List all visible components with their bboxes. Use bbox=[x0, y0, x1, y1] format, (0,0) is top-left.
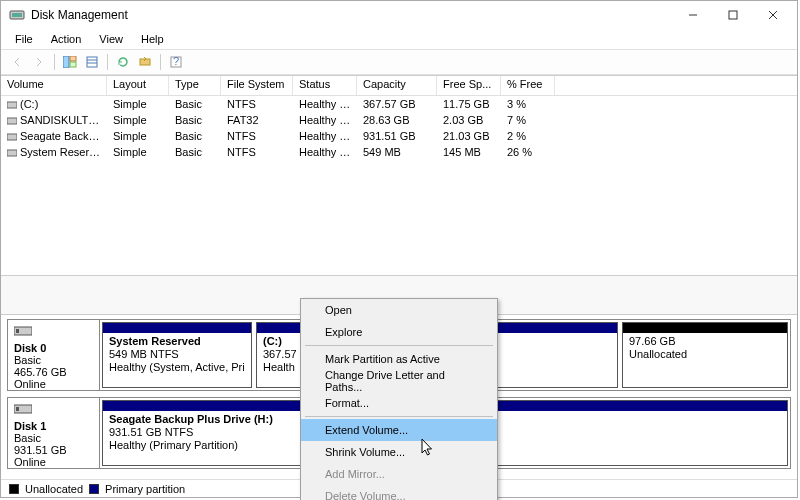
svg-rect-15 bbox=[7, 102, 17, 108]
menu-view[interactable]: View bbox=[91, 31, 131, 47]
titlebar: Disk Management bbox=[1, 1, 797, 29]
partition-bar bbox=[623, 323, 787, 333]
legend-primary: Primary partition bbox=[105, 483, 185, 495]
close-button[interactable] bbox=[753, 1, 793, 29]
partition-unallocated[interactable]: 97.66 GBUnallocated bbox=[622, 322, 788, 388]
context-open[interactable]: Open bbox=[301, 299, 497, 321]
context-separator bbox=[305, 345, 493, 346]
svg-rect-16 bbox=[7, 118, 17, 124]
svg-rect-3 bbox=[729, 11, 737, 19]
volume-row[interactable]: System Reserved SimpleBasicNTFSHealthy (… bbox=[1, 144, 797, 160]
maximize-button[interactable] bbox=[713, 1, 753, 29]
menubar: File Action View Help bbox=[1, 29, 797, 49]
partition-bar bbox=[103, 323, 251, 333]
col-filesystem[interactable]: File System bbox=[221, 76, 293, 95]
partition-system-reserved[interactable]: System Reserved549 MB NTFSHealthy (Syste… bbox=[102, 322, 252, 388]
context-explore[interactable]: Explore bbox=[301, 321, 497, 343]
svg-rect-17 bbox=[7, 134, 17, 140]
app-icon bbox=[9, 7, 25, 23]
svg-rect-18 bbox=[7, 150, 17, 156]
context-add-mirror[interactable]: Add Mirror... bbox=[301, 463, 497, 485]
settings-button[interactable] bbox=[82, 52, 102, 72]
refresh-button[interactable] bbox=[113, 52, 133, 72]
menu-help[interactable]: Help bbox=[133, 31, 172, 47]
volume-icon bbox=[7, 132, 17, 142]
window-title: Disk Management bbox=[31, 8, 673, 22]
context-change-letter[interactable]: Change Drive Letter and Paths... bbox=[301, 370, 497, 392]
column-headers: Volume Layout Type File System Status Ca… bbox=[1, 76, 797, 96]
volume-row[interactable]: (C:) SimpleBasicNTFSHealthy (B...367.57 … bbox=[1, 96, 797, 112]
layout-button[interactable] bbox=[60, 52, 80, 72]
svg-text:?: ? bbox=[173, 56, 179, 67]
volume-row[interactable]: SANDISKULTR (F:) SimpleBasicFAT32Healthy… bbox=[1, 112, 797, 128]
context-menu: Open Explore Mark Partition as Active Ch… bbox=[300, 298, 498, 500]
legend-swatch-unallocated bbox=[9, 484, 19, 494]
legend-unallocated: Unallocated bbox=[25, 483, 83, 495]
svg-rect-1 bbox=[12, 13, 22, 17]
col-freespace[interactable]: Free Sp... bbox=[437, 76, 501, 95]
disk-icon bbox=[14, 324, 32, 338]
context-shrink-volume[interactable]: Shrink Volume... bbox=[301, 441, 497, 463]
col-capacity[interactable]: Capacity bbox=[357, 76, 437, 95]
volume-list: Volume Layout Type File System Status Ca… bbox=[1, 75, 797, 275]
volume-row[interactable]: Seagate Backup Pl... SimpleBasicNTFSHeal… bbox=[1, 128, 797, 144]
back-button[interactable] bbox=[7, 52, 27, 72]
context-delete-volume[interactable]: Delete Volume... bbox=[301, 485, 497, 500]
forward-button[interactable] bbox=[29, 52, 49, 72]
svg-rect-7 bbox=[70, 56, 76, 61]
col-pctfree[interactable]: % Free bbox=[501, 76, 555, 95]
disk-info[interactable]: Disk 0 Basic 465.76 GB Online bbox=[8, 320, 100, 390]
context-extend-volume[interactable]: Extend Volume... bbox=[301, 419, 497, 441]
col-status[interactable]: Status bbox=[293, 76, 357, 95]
context-separator bbox=[305, 416, 493, 417]
volume-icon bbox=[7, 116, 17, 126]
svg-rect-8 bbox=[70, 62, 76, 67]
svg-rect-9 bbox=[87, 57, 97, 67]
col-volume[interactable]: Volume bbox=[1, 76, 107, 95]
col-type[interactable]: Type bbox=[169, 76, 221, 95]
context-mark-active[interactable]: Mark Partition as Active bbox=[301, 348, 497, 370]
svg-rect-20 bbox=[16, 329, 19, 333]
col-layout[interactable]: Layout bbox=[107, 76, 169, 95]
svg-rect-22 bbox=[16, 407, 19, 411]
volume-icon bbox=[7, 148, 17, 158]
menu-action[interactable]: Action bbox=[43, 31, 90, 47]
help-button[interactable]: ? bbox=[166, 52, 186, 72]
volume-icon bbox=[7, 100, 17, 110]
svg-rect-6 bbox=[63, 56, 69, 68]
legend-swatch-primary bbox=[89, 484, 99, 494]
toolbar: ? bbox=[1, 49, 797, 75]
rescan-button[interactable] bbox=[135, 52, 155, 72]
disk-info[interactable]: Disk 1 Basic 931.51 GB Online bbox=[8, 398, 100, 468]
disk-icon bbox=[14, 402, 32, 416]
minimize-button[interactable] bbox=[673, 1, 713, 29]
menu-file[interactable]: File bbox=[7, 31, 41, 47]
context-format[interactable]: Format... bbox=[301, 392, 497, 414]
